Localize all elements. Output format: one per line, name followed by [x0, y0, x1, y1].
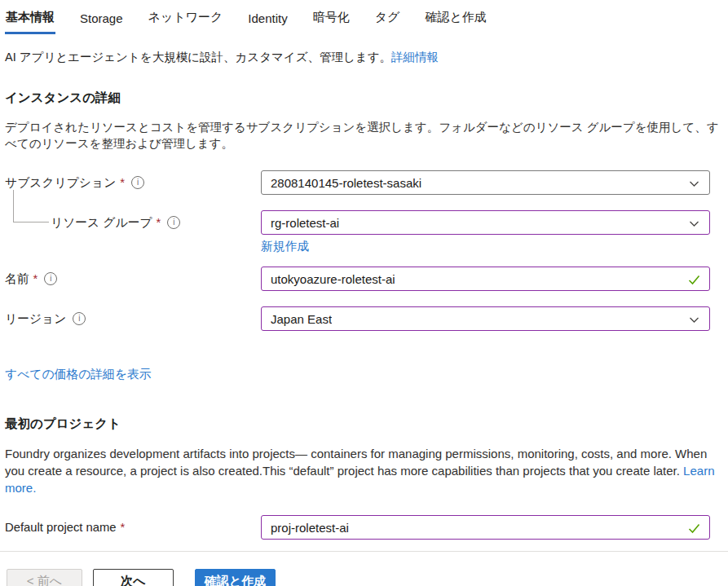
- resource-group-dropdown[interactable]: rg-roletest-ai: [261, 210, 710, 235]
- subscription-label: サブスクリプション: [5, 175, 116, 191]
- footer-divider: [0, 551, 728, 552]
- valid-check-icon: [688, 523, 700, 536]
- previous-button[interactable]: < 前へ: [7, 569, 82, 586]
- default-project-field: [261, 515, 710, 540]
- name-input-wrapper: [261, 267, 710, 291]
- region-dropdown[interactable]: Japan East: [261, 306, 710, 331]
- resource-group-label: リソース グループ: [51, 215, 152, 231]
- intro-text: AI アプリとエージェントを大規模に設計、カスタマイズ、管理します。: [5, 51, 391, 64]
- region-label-group: リージョン i: [5, 311, 261, 327]
- name-row: 名前* i: [5, 267, 721, 291]
- default-project-input[interactable]: [262, 516, 709, 539]
- default-project-input-wrapper: [261, 515, 710, 540]
- create-resource-page: { "tabs": [ { "label": "基本情報", "active":…: [0, 0, 728, 586]
- project-description-text: Foundry organizes development artifacts …: [5, 447, 707, 478]
- intro-line: AI アプリとエージェントを大規模に設計、カスタマイズ、管理します。詳細情報: [5, 50, 721, 65]
- tab-identity[interactable]: Identity: [247, 10, 288, 34]
- instance-details-description: デプロイされたリソースとコストを管理するサブスクリプションを選択します。フォルダ…: [5, 119, 721, 152]
- pricing-details-link[interactable]: すべての価格の詳細を表示: [5, 367, 152, 382]
- name-label-group: 名前* i: [5, 271, 261, 287]
- chevron-down-icon: [689, 178, 699, 192]
- chevron-down-icon: [689, 218, 699, 231]
- name-field: [261, 267, 710, 291]
- default-project-label-group: Default project name*: [5, 521, 261, 534]
- tab-review-create[interactable]: 確認と作成: [424, 8, 487, 34]
- chevron-down-icon: [689, 315, 699, 328]
- subscription-row: サブスクリプション* i 2808140145-roletest-sasaki: [5, 170, 721, 195]
- tab-tags[interactable]: タグ: [374, 8, 401, 34]
- tab-basics[interactable]: 基本情報: [5, 8, 55, 34]
- tab-encryption[interactable]: 暗号化: [312, 8, 351, 34]
- subscription-dropdown[interactable]: 2808140145-roletest-sasaki: [261, 170, 710, 195]
- required-asterisk: *: [157, 216, 161, 229]
- resource-group-value: rg-roletest-ai: [271, 216, 339, 230]
- info-icon[interactable]: i: [44, 272, 57, 285]
- first-project-title: 最初のプロジェクト: [5, 416, 721, 433]
- region-row: リージョン i Japan East: [5, 306, 721, 331]
- valid-check-icon: [688, 275, 700, 288]
- create-new-row: 新規作成: [5, 239, 721, 254]
- next-button[interactable]: 次へ: [93, 569, 174, 586]
- tree-connector: [13, 190, 49, 223]
- review-create-button[interactable]: 確認と作成: [195, 569, 276, 586]
- wizard-tab-bar: 基本情報 Storage ネットワーク Identity 暗号化 タグ 確認と作…: [5, 8, 721, 34]
- info-icon[interactable]: i: [131, 176, 144, 189]
- subscription-value: 2808140145-roletest-sasaki: [271, 176, 421, 190]
- required-asterisk: *: [33, 272, 38, 285]
- instance-details-title: インスタンスの詳細: [5, 90, 721, 107]
- region-field: Japan East: [261, 306, 710, 331]
- tab-networking[interactable]: ネットワーク: [148, 8, 224, 34]
- create-new-link[interactable]: 新規作成: [261, 240, 309, 253]
- subscription-label-group: サブスクリプション* i: [5, 175, 261, 191]
- default-project-row: Default project name*: [5, 515, 721, 540]
- required-asterisk: *: [121, 521, 126, 534]
- subscription-field: 2808140145-roletest-sasaki: [261, 170, 710, 195]
- name-label: 名前: [5, 271, 29, 287]
- resource-group-field: rg-roletest-ai: [261, 210, 710, 235]
- first-project-description: Foundry organizes development artifacts …: [5, 445, 716, 496]
- default-project-label: Default project name: [5, 521, 117, 534]
- info-icon[interactable]: i: [167, 216, 180, 229]
- name-input[interactable]: [262, 267, 709, 290]
- region-value: Japan East: [271, 312, 332, 326]
- wizard-footer: < 前へ 次へ 確認と作成: [5, 569, 721, 586]
- resource-group-row: リソース グループ* i rg-roletest-ai: [5, 210, 721, 235]
- info-icon[interactable]: i: [73, 312, 86, 325]
- tab-storage[interactable]: Storage: [79, 10, 124, 34]
- details-info-link[interactable]: 詳細情報: [391, 51, 439, 64]
- region-label: リージョン: [5, 311, 66, 327]
- required-asterisk: *: [120, 176, 125, 189]
